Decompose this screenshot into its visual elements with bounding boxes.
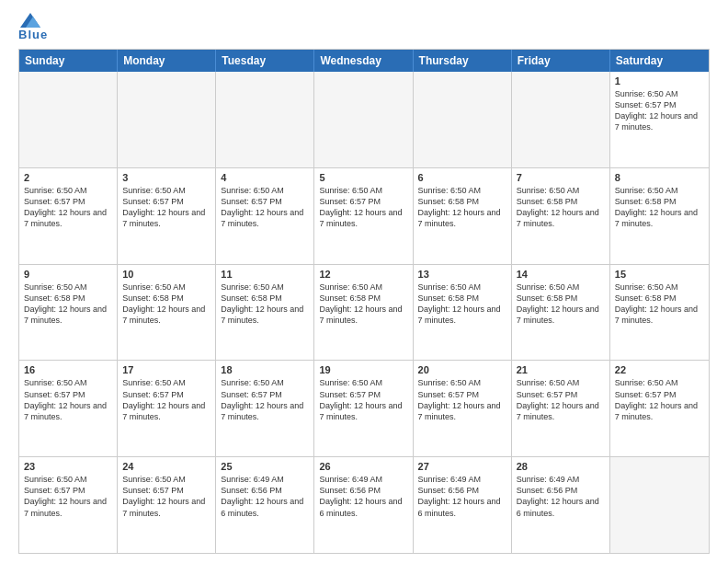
day-number: 22 <box>615 364 704 375</box>
day-number: 25 <box>221 461 309 472</box>
day-info: Sunrise: 6:49 AM Sunset: 6:56 PM Dayligh… <box>319 474 407 519</box>
calendar-cell: 16Sunrise: 6:50 AM Sunset: 6:57 PM Dayli… <box>19 361 118 456</box>
day-info: Sunrise: 6:50 AM Sunset: 6:57 PM Dayligh… <box>517 377 605 422</box>
calendar-cell: 1Sunrise: 6:50 AM Sunset: 6:57 PM Daylig… <box>610 72 709 167</box>
day-number: 28 <box>517 461 605 472</box>
day-info: Sunrise: 6:50 AM Sunset: 6:57 PM Dayligh… <box>418 377 506 422</box>
calendar-cell: 17Sunrise: 6:50 AM Sunset: 6:57 PM Dayli… <box>118 361 216 456</box>
day-number: 17 <box>122 364 210 375</box>
calendar-cell: 11Sunrise: 6:50 AM Sunset: 6:58 PM Dayli… <box>216 265 314 361</box>
calendar-cell: 18Sunrise: 6:50 AM Sunset: 6:57 PM Dayli… <box>216 361 314 456</box>
day-info: Sunrise: 6:50 AM Sunset: 6:58 PM Dayligh… <box>615 185 704 230</box>
header-day-sunday: Sunday <box>19 50 118 72</box>
day-info: Sunrise: 6:50 AM Sunset: 6:58 PM Dayligh… <box>517 282 605 327</box>
day-info: Sunrise: 6:49 AM Sunset: 6:56 PM Dayligh… <box>517 474 605 519</box>
calendar-cell: 2Sunrise: 6:50 AM Sunset: 6:57 PM Daylig… <box>19 168 118 264</box>
day-number: 4 <box>221 172 309 183</box>
calendar-cell: 28Sunrise: 6:49 AM Sunset: 6:56 PM Dayli… <box>512 457 610 553</box>
day-info: Sunrise: 6:50 AM Sunset: 6:57 PM Dayligh… <box>24 377 112 422</box>
calendar-cell: 8Sunrise: 6:50 AM Sunset: 6:58 PM Daylig… <box>610 168 709 264</box>
calendar-row-4: 23Sunrise: 6:50 AM Sunset: 6:57 PM Dayli… <box>19 456 709 553</box>
calendar-cell: 4Sunrise: 6:50 AM Sunset: 6:57 PM Daylig… <box>216 168 314 264</box>
day-number: 23 <box>24 461 112 472</box>
calendar-cell <box>610 457 709 553</box>
day-info: Sunrise: 6:49 AM Sunset: 6:56 PM Dayligh… <box>418 474 506 519</box>
day-number: 27 <box>418 461 506 472</box>
calendar-cell: 9Sunrise: 6:50 AM Sunset: 6:58 PM Daylig… <box>19 265 118 361</box>
day-number: 15 <box>615 269 704 280</box>
day-number: 26 <box>319 461 407 472</box>
day-number: 6 <box>418 172 506 183</box>
header-day-thursday: Thursday <box>414 50 512 72</box>
day-info: Sunrise: 6:50 AM Sunset: 6:58 PM Dayligh… <box>319 282 407 327</box>
day-info: Sunrise: 6:50 AM Sunset: 6:57 PM Dayligh… <box>221 185 309 230</box>
day-info: Sunrise: 6:50 AM Sunset: 6:58 PM Dayligh… <box>24 282 112 327</box>
calendar-cell: 15Sunrise: 6:50 AM Sunset: 6:58 PM Dayli… <box>610 265 709 361</box>
calendar-cell: 21Sunrise: 6:50 AM Sunset: 6:57 PM Dayli… <box>512 361 610 456</box>
day-info: Sunrise: 6:50 AM Sunset: 6:58 PM Dayligh… <box>418 282 506 327</box>
day-info: Sunrise: 6:50 AM Sunset: 6:58 PM Dayligh… <box>418 185 506 230</box>
day-info: Sunrise: 6:50 AM Sunset: 6:57 PM Dayligh… <box>319 185 407 230</box>
calendar-cell: 13Sunrise: 6:50 AM Sunset: 6:58 PM Dayli… <box>414 265 512 361</box>
calendar-cell <box>314 72 413 167</box>
logo: Blue <box>18 17 48 41</box>
day-info: Sunrise: 6:50 AM Sunset: 6:57 PM Dayligh… <box>122 185 210 230</box>
day-info: Sunrise: 6:49 AM Sunset: 6:56 PM Dayligh… <box>221 474 309 519</box>
day-number: 14 <box>517 269 605 280</box>
calendar: SundayMondayTuesdayWednesdayThursdayFrid… <box>18 49 710 554</box>
day-number: 7 <box>517 172 605 183</box>
calendar-cell: 22Sunrise: 6:50 AM Sunset: 6:57 PM Dayli… <box>610 361 709 456</box>
calendar-cell <box>414 72 512 167</box>
header-day-wednesday: Wednesday <box>314 50 413 72</box>
day-info: Sunrise: 6:50 AM Sunset: 6:57 PM Dayligh… <box>122 377 210 422</box>
day-number: 3 <box>122 172 210 183</box>
day-info: Sunrise: 6:50 AM Sunset: 6:58 PM Dayligh… <box>615 282 704 327</box>
day-info: Sunrise: 6:50 AM Sunset: 6:57 PM Dayligh… <box>615 88 704 133</box>
day-number: 13 <box>418 269 506 280</box>
calendar-cell: 14Sunrise: 6:50 AM Sunset: 6:58 PM Dayli… <box>512 265 610 361</box>
calendar-cell: 19Sunrise: 6:50 AM Sunset: 6:57 PM Dayli… <box>314 361 413 456</box>
day-info: Sunrise: 6:50 AM Sunset: 6:57 PM Dayligh… <box>221 377 309 422</box>
calendar-cell <box>216 72 314 167</box>
calendar-cell: 25Sunrise: 6:49 AM Sunset: 6:56 PM Dayli… <box>216 457 314 553</box>
day-info: Sunrise: 6:50 AM Sunset: 6:58 PM Dayligh… <box>221 282 309 327</box>
calendar-row-0: 1Sunrise: 6:50 AM Sunset: 6:57 PM Daylig… <box>19 72 709 167</box>
calendar-cell: 20Sunrise: 6:50 AM Sunset: 6:57 PM Dayli… <box>414 361 512 456</box>
calendar-cell: 7Sunrise: 6:50 AM Sunset: 6:58 PM Daylig… <box>512 168 610 264</box>
day-info: Sunrise: 6:50 AM Sunset: 6:57 PM Dayligh… <box>24 185 112 230</box>
calendar-cell: 12Sunrise: 6:50 AM Sunset: 6:58 PM Dayli… <box>314 265 413 361</box>
calendar-cell: 23Sunrise: 6:50 AM Sunset: 6:57 PM Dayli… <box>19 457 118 553</box>
header-day-friday: Friday <box>512 50 610 72</box>
day-info: Sunrise: 6:50 AM Sunset: 6:57 PM Dayligh… <box>24 474 112 519</box>
day-number: 20 <box>418 364 506 375</box>
day-number: 10 <box>122 269 210 280</box>
day-info: Sunrise: 6:50 AM Sunset: 6:58 PM Dayligh… <box>122 282 210 327</box>
day-number: 1 <box>615 75 704 86</box>
day-number: 9 <box>24 269 112 280</box>
header-day-monday: Monday <box>118 50 216 72</box>
header-day-tuesday: Tuesday <box>216 50 314 72</box>
calendar-cell: 5Sunrise: 6:50 AM Sunset: 6:57 PM Daylig… <box>314 168 413 264</box>
day-info: Sunrise: 6:50 AM Sunset: 6:57 PM Dayligh… <box>319 377 407 422</box>
calendar-cell: 24Sunrise: 6:50 AM Sunset: 6:57 PM Dayli… <box>118 457 216 553</box>
day-number: 12 <box>319 269 407 280</box>
day-info: Sunrise: 6:50 AM Sunset: 6:57 PM Dayligh… <box>122 474 210 519</box>
header-day-saturday: Saturday <box>610 50 709 72</box>
day-number: 11 <box>221 269 309 280</box>
calendar-cell <box>19 72 118 167</box>
calendar-cell: 10Sunrise: 6:50 AM Sunset: 6:58 PM Dayli… <box>118 265 216 361</box>
calendar-body: 1Sunrise: 6:50 AM Sunset: 6:57 PM Daylig… <box>19 72 709 553</box>
calendar-header: SundayMondayTuesdayWednesdayThursdayFrid… <box>19 50 709 72</box>
day-number: 5 <box>319 172 407 183</box>
calendar-cell: 27Sunrise: 6:49 AM Sunset: 6:56 PM Dayli… <box>414 457 512 553</box>
day-info: Sunrise: 6:50 AM Sunset: 6:57 PM Dayligh… <box>615 377 704 422</box>
header: Blue <box>18 17 710 41</box>
calendar-row-3: 16Sunrise: 6:50 AM Sunset: 6:57 PM Dayli… <box>19 360 709 456</box>
day-number: 19 <box>319 364 407 375</box>
day-info: Sunrise: 6:50 AM Sunset: 6:58 PM Dayligh… <box>517 185 605 230</box>
day-number: 8 <box>615 172 704 183</box>
calendar-row-1: 2Sunrise: 6:50 AM Sunset: 6:57 PM Daylig… <box>19 167 709 264</box>
calendar-cell <box>118 72 216 167</box>
day-number: 18 <box>221 364 309 375</box>
calendar-row-2: 9Sunrise: 6:50 AM Sunset: 6:58 PM Daylig… <box>19 264 709 361</box>
